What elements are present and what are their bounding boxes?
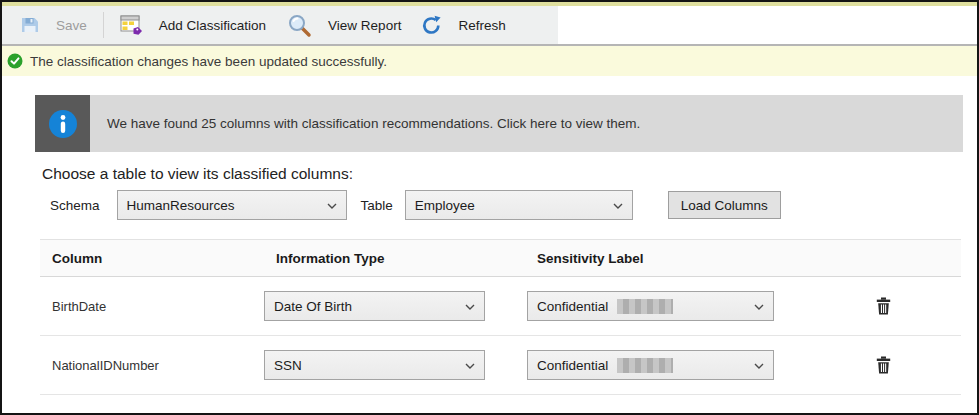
column-name: NationalIDNumber — [40, 358, 264, 373]
classified-columns-table: Column Information Type Sensitivity Labe… — [40, 239, 961, 395]
table-picker-row: Schema HumanResources Table Employee Loa… — [50, 190, 977, 220]
choose-table-heading: Choose a table to view its classified co… — [42, 165, 977, 183]
redacted-label-fragment — [617, 358, 673, 373]
recommendation-banner-text[interactable]: We have found 25 columns with classifica… — [107, 116, 640, 131]
delete-classification-button[interactable] — [872, 352, 895, 378]
status-message-text: The classification changes have been upd… — [30, 54, 387, 69]
load-columns-button[interactable]: Load Columns — [668, 191, 781, 219]
column-header-sensitivity-label: Sensitivity Label — [525, 251, 805, 266]
trash-icon — [876, 356, 891, 374]
schema-label: Schema — [50, 198, 100, 213]
sensitivity-label-dropdown[interactable]: Confidential — [527, 350, 774, 380]
status-message-bar: The classification changes have been upd… — [2, 46, 977, 76]
refresh-button[interactable]: Refresh — [411, 6, 515, 44]
view-report-button[interactable]: View Report — [276, 6, 411, 44]
add-classification-button[interactable]: Add Classification — [110, 6, 276, 44]
add-classification-icon — [120, 15, 143, 36]
save-button[interactable]: Save — [10, 6, 97, 44]
add-classification-label: Add Classification — [159, 18, 266, 33]
chevron-down-icon — [754, 363, 764, 369]
sensitivity-label-dropdown[interactable]: Confidential — [527, 291, 774, 321]
toolbar-separator — [103, 12, 104, 38]
column-header-column: Column — [40, 251, 264, 266]
info-icon-tile — [35, 95, 90, 152]
information-type-value: Date Of Birth — [274, 299, 352, 314]
schema-dropdown-value: HumanResources — [127, 198, 235, 213]
sensitivity-label-value: Confidential — [537, 299, 608, 314]
refresh-icon — [421, 15, 442, 36]
table-header-row: Column Information Type Sensitivity Labe… — [40, 240, 961, 277]
table-dropdown-value: Employee — [415, 198, 475, 213]
view-report-icon — [286, 13, 312, 38]
schema-dropdown[interactable]: HumanResources — [117, 190, 347, 220]
sensitivity-label-value: Confidential — [537, 358, 608, 373]
refresh-label: Refresh — [458, 18, 505, 33]
save-label: Save — [56, 18, 87, 33]
table-row: BirthDate Date Of Birth Confidential — [40, 277, 961, 336]
table-row: NationalIDNumber SSN Confidential — [40, 336, 961, 395]
save-icon — [20, 15, 40, 35]
recommendation-banner-body[interactable]: We have found 25 columns with classifica… — [90, 95, 963, 152]
chevron-down-icon — [613, 203, 623, 209]
table-dropdown[interactable]: Employee — [405, 190, 633, 220]
chevron-down-icon — [465, 363, 475, 369]
info-icon — [47, 108, 79, 140]
view-report-label: View Report — [328, 18, 401, 33]
delete-classification-button[interactable] — [872, 293, 895, 319]
recommendation-banner[interactable]: We have found 25 columns with classifica… — [35, 95, 963, 152]
column-header-information-type: Information Type — [264, 251, 525, 266]
toolbar: Save Add Classification — [2, 6, 977, 46]
toolbar-strip: Save Add Classification — [2, 6, 558, 44]
chevron-down-icon — [465, 304, 475, 310]
column-name: BirthDate — [40, 299, 264, 314]
chevron-down-icon — [327, 203, 337, 209]
information-type-value: SSN — [274, 358, 302, 373]
information-type-dropdown[interactable]: SSN — [264, 350, 485, 380]
information-type-dropdown[interactable]: Date Of Birth — [264, 291, 485, 321]
trash-icon — [876, 297, 891, 315]
redacted-label-fragment — [617, 299, 673, 314]
data-classification-pane: Save Add Classification — [0, 0, 979, 415]
success-check-icon — [7, 53, 23, 69]
chevron-down-icon — [754, 304, 764, 310]
table-label: Table — [361, 198, 393, 213]
